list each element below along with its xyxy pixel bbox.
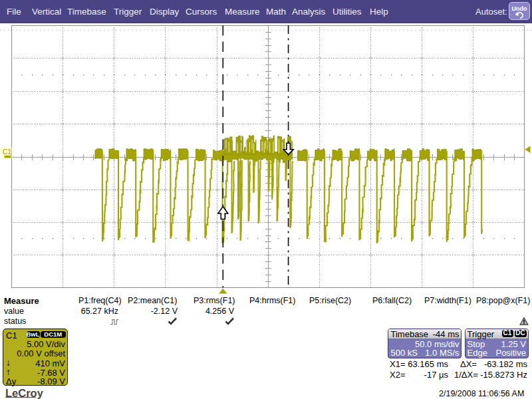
svg-text:C1: C1 (3, 148, 12, 156)
